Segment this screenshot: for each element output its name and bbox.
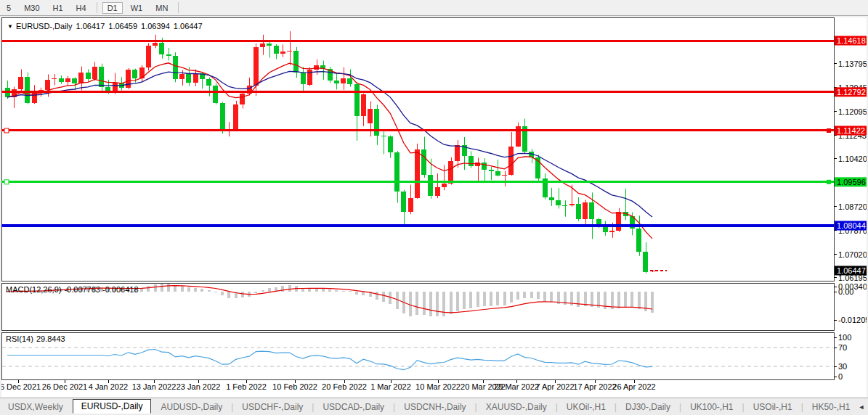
price-axis-label: 1.07020 [838,250,867,259]
chart-title: ▼EURUSD-,Daily1.064171.064591.063941.064… [7,22,203,30]
date-axis-label: 1 Mar 2022 [370,382,411,391]
date-axis-label: 4 Jan 2022 [89,382,128,391]
symbol-dropdown-icon[interactable]: ▼ [7,23,13,30]
price-badge-label: 1.12792 [837,88,866,96]
timeframe-button-w1[interactable]: W1 [126,2,148,14]
price-badge-label: 1.08044 [837,221,866,230]
chart-window[interactable]: ▼EURUSD-,Daily1.064171.064591.063941.064… [1,17,867,397]
line-handle[interactable] [4,180,9,184]
date-axis-label: 10 Feb 2022 [272,382,317,391]
rsi-axis-label: 70 [838,343,847,352]
tab-audusd-daily[interactable]: AUDUSD-,Daily [153,400,230,414]
price-axis-label: 1.10420 [838,155,867,163]
tab-scroll-buttons: ◄► [858,403,868,411]
main-chart-pane[interactable] [2,18,835,282]
price-axis-label: 1.08720 [838,202,867,211]
macd-indicator-label: MACD(12,26,9)-0.007763 -0.006418 [6,285,139,294]
date-axis-label: 29 Mar 2022 [494,382,539,391]
tab-scroll-left-icon[interactable]: ◄ [858,403,864,411]
ohlc-open: 1.06417 [76,22,105,30]
tab-hk50-h1[interactable]: HK50-,H1 [804,400,859,414]
date-axis-label: 1 Feb 2022 [226,382,267,391]
timeframe-button-d1[interactable]: D1 [102,2,123,14]
current-price-label: 1.06447 [837,266,866,275]
date-axis-label: 16 Dec 2021 [1,382,41,391]
macd-current-values: -0.007763 -0.006418 [64,285,138,294]
chart-symbol-label: EURUSD-,Daily [16,22,73,30]
rsi-axis-label: 100 [838,333,851,342]
rsi-indicator-label: RSI(14)29.8443 [6,334,65,343]
tab-eurusd-daily[interactable]: EURUSD-,Daily [73,399,152,414]
toolbar-separator [178,2,179,13]
ohlc-high: 1.06459 [108,22,137,30]
tab-usdchf-daily[interactable]: USDCHF-,Daily [234,400,311,414]
line-handle[interactable] [827,128,831,133]
chart-tabs-bar: USDX,WeeklyEURUSD-,DailyAUDUSD-,Daily|US… [0,398,868,415]
price-badge-label: 1.09596 [837,178,866,186]
price-axis-label: 1.12095 [838,107,867,116]
date-axis-label: 7 Apr 2022 [535,382,574,391]
timeframe-button-5[interactable]: 5 [1,2,16,14]
rsi-pane[interactable] [2,333,835,380]
tab-uk100-h1[interactable]: UK100-,H1 [682,400,741,414]
tab-usoil-h1[interactable]: USOil-,H1 [745,400,800,414]
rsi-name: RSI(14) [6,334,33,343]
macd-axis-label: 0.00 [838,287,853,296]
line-handle[interactable] [4,128,9,133]
date-axis-label: 17 Apr 2022 [573,382,616,391]
date-axis-label: 23 Jan 2022 [177,382,221,391]
tab-usdcnh-daily[interactable]: USDCNH-,Daily [396,400,474,414]
rsi-axis-label: 0 [838,372,843,381]
timeframe-button-m30[interactable]: M30 [19,2,44,14]
tab-dj30-daily[interactable]: DJ30-,Daily [617,400,678,414]
rsi-axis-label: 30 [838,362,847,371]
tab-usdcad-daily[interactable]: USDCAD-,Daily [315,400,392,414]
ohlc-low: 1.06394 [141,22,170,30]
macd-name: MACD(12,26,9) [6,285,61,294]
price-chart-svg[interactable]: 1.137951.129451.120951.112451.104201.087… [1,17,867,397]
macd-axis-label: -0.012058 [838,316,867,324]
rsi-current-value: 29.8443 [36,334,65,343]
price-badge-label: 1.11422 [837,126,865,135]
date-axis-label: 13 Jan 2022 [132,382,177,391]
line-handle[interactable] [827,180,831,184]
toolbar-separator [97,2,97,13]
timeframe-button-h4[interactable]: H4 [71,2,92,14]
date-axis-label: 10 Mar 2022 [415,382,461,391]
date-axis-label: 26 Apr 2022 [612,382,655,391]
price-axis-label: 1.13795 [838,59,867,68]
tab-xauusd-daily[interactable]: XAUUSD-,Daily [478,400,555,414]
timeframe-toolbar: 5M30H1H4D1W1MN [0,0,868,16]
tab-ukoil-h1[interactable]: UKOil-,H1 [559,400,614,414]
tab-usdx-weekly[interactable]: USDX,Weekly [0,400,71,414]
date-axis-label: 20 Feb 2022 [322,382,367,391]
date-axis-label: 26 Dec 2021 [42,382,87,391]
price-badge-label: 1.14618 [837,36,866,45]
ohlc-close: 1.06447 [174,22,203,30]
timeframe-button-mn[interactable]: MN [150,2,173,14]
timeframe-button-h1[interactable]: H1 [48,2,68,14]
